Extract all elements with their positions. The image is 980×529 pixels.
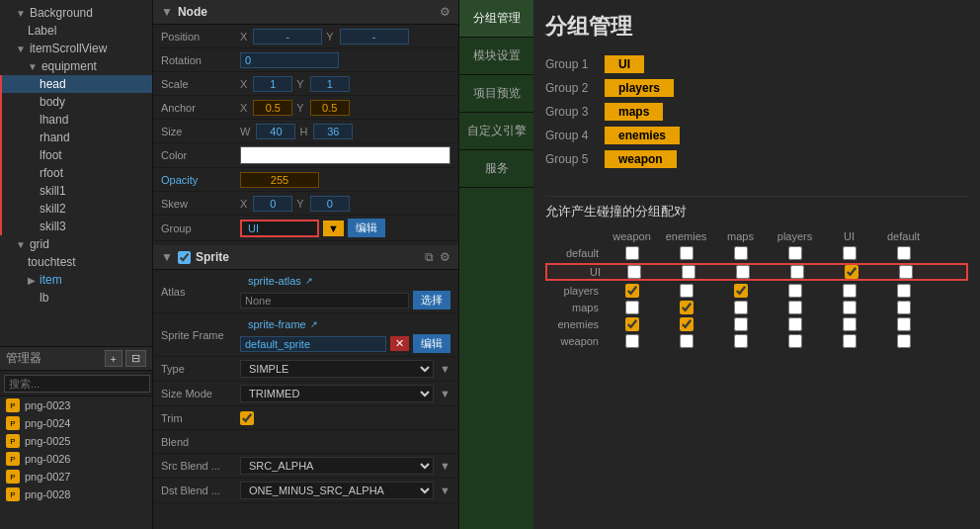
atlas-input[interactable] — [240, 293, 409, 309]
tree-item-background[interactable]: ▼Background — [0, 4, 152, 22]
checkbox-default-UI[interactable] — [843, 246, 857, 260]
sprite-frame-edit-button[interactable]: 编辑 — [413, 334, 450, 353]
anchor-x-input[interactable] — [253, 100, 292, 116]
checkbox-enemies-enemies[interactable] — [680, 317, 694, 331]
skew-y-input[interactable] — [310, 196, 350, 212]
checkbox-maps-players[interactable] — [788, 301, 802, 314]
checkbox-UI-enemies[interactable] — [682, 265, 695, 279]
asset-item-png-0028[interactable]: P png-0028 — [0, 485, 152, 503]
checkbox-maps-weapon[interactable] — [625, 301, 639, 314]
tree-item-lb[interactable]: lb — [0, 289, 152, 307]
checkbox-enemies-weapon[interactable] — [625, 317, 639, 331]
sprite-copy-icon[interactable]: ⧉ — [425, 250, 434, 264]
checkbox-players-maps[interactable] — [734, 284, 748, 298]
sprite-frame-clear-button[interactable]: ✕ — [390, 336, 409, 351]
checkbox-weapon-UI[interactable] — [843, 334, 857, 348]
checkbox-default-players[interactable] — [788, 246, 802, 260]
size-w-input[interactable] — [256, 124, 295, 139]
asset-item-png-0025[interactable]: P png-0025 — [0, 432, 152, 450]
tab-module-settings[interactable]: 模块设置 — [459, 38, 533, 75]
atlas-select-button[interactable]: 选择 — [413, 291, 450, 309]
type-select[interactable]: SIMPLE SLICED TILED — [240, 360, 434, 378]
src-blend-select[interactable]: SRC_ALPHA — [240, 457, 434, 475]
group-tag-enemies[interactable]: enemies — [605, 127, 680, 144]
checkbox-weapon-maps[interactable] — [734, 334, 748, 348]
skew-x-input[interactable] — [253, 196, 292, 212]
group-tag-maps[interactable]: maps — [605, 103, 663, 121]
tree-item-grid[interactable]: ▼grid — [0, 235, 152, 253]
checkbox-maps-maps[interactable] — [734, 301, 748, 314]
tree-item-skill2[interactable]: skill2 — [0, 200, 152, 218]
checkbox-players-weapon[interactable] — [625, 284, 639, 298]
tab-project-preview[interactable]: 项目预览 — [459, 75, 533, 113]
add-asset-button[interactable]: + — [105, 350, 122, 367]
checkbox-weapon-players[interactable] — [788, 334, 802, 348]
checkbox-players-enemies[interactable] — [680, 284, 694, 298]
tab-service[interactable]: 服务 — [459, 150, 533, 188]
sprite-section-header[interactable]: ▼ Sprite ⧉ ⚙ — [153, 245, 458, 270]
tree-item-lfoot[interactable]: lfoot — [0, 146, 152, 164]
tree-item-itemScrollView[interactable]: ▼itemScrollView — [0, 40, 152, 57]
checkbox-maps-enemies[interactable] — [680, 301, 694, 314]
color-swatch[interactable] — [240, 146, 450, 164]
checkbox-players-UI[interactable] — [843, 284, 857, 298]
group-tag-weapon[interactable]: weapon — [605, 150, 677, 168]
checkbox-players-default[interactable] — [897, 284, 911, 298]
search-input[interactable] — [4, 375, 150, 393]
checkbox-UI-UI[interactable] — [845, 265, 858, 279]
remove-asset-button[interactable]: ⊟ — [125, 350, 146, 367]
checkbox-UI-weapon[interactable] — [627, 265, 641, 279]
group-select-input[interactable] — [240, 220, 319, 237]
checkbox-maps-UI[interactable] — [843, 301, 857, 314]
sprite-frame-input[interactable] — [240, 336, 386, 352]
checkbox-UI-maps[interactable] — [736, 265, 750, 279]
tree-item-item[interactable]: ▶item — [0, 271, 152, 289]
tree-item-equipment[interactable]: ▼equipment — [0, 57, 152, 75]
checkbox-default-weapon[interactable] — [625, 246, 639, 260]
scale-x-input[interactable] — [253, 76, 292, 92]
group-edit-button[interactable]: 编辑 — [348, 219, 385, 237]
group-tag-players[interactable]: players — [605, 79, 674, 97]
scale-y-input[interactable] — [310, 76, 350, 92]
tree-item-label[interactable]: Label — [0, 22, 152, 40]
tree-item-skill3[interactable]: skill3 — [0, 218, 152, 235]
sprite-enabled-checkbox[interactable] — [178, 251, 191, 264]
group-dropdown-button[interactable]: ▼ — [323, 220, 344, 236]
anchor-y-input[interactable] — [310, 100, 350, 116]
checkbox-default-default[interactable] — [897, 246, 911, 260]
checkbox-UI-default[interactable] — [899, 265, 913, 279]
position-y-input[interactable] — [340, 29, 409, 44]
sprite-gear-icon[interactable]: ⚙ — [440, 250, 450, 264]
tree-item-rfoot[interactable]: rfoot — [0, 164, 152, 182]
checkbox-players-players[interactable] — [788, 284, 802, 298]
opacity-input[interactable] — [240, 172, 319, 188]
checkbox-default-enemies[interactable] — [680, 246, 694, 260]
asset-item-png-0027[interactable]: P png-0027 — [0, 468, 152, 485]
checkbox-enemies-maps[interactable] — [734, 317, 748, 331]
node-gear-icon[interactable]: ⚙ — [440, 5, 450, 19]
tree-item-body[interactable]: body — [0, 93, 152, 111]
trim-checkbox[interactable] — [240, 411, 254, 425]
checkbox-enemies-UI[interactable] — [843, 317, 857, 331]
checkbox-default-maps[interactable] — [734, 246, 748, 260]
checkbox-weapon-enemies[interactable] — [680, 334, 694, 348]
rotation-input[interactable] — [240, 52, 339, 68]
checkbox-weapon-default[interactable] — [897, 334, 911, 348]
checkbox-enemies-default[interactable] — [897, 317, 911, 331]
tab-custom-engine[interactable]: 自定义引擎 — [459, 113, 533, 150]
group-tag-UI[interactable]: UI — [605, 55, 644, 73]
tree-item-touchtest[interactable]: touchtest — [0, 253, 152, 271]
checkbox-UI-players[interactable] — [790, 265, 804, 279]
tree-item-rhand[interactable]: rhand — [0, 129, 152, 146]
checkbox-maps-default[interactable] — [897, 301, 911, 314]
size-h-input[interactable] — [313, 124, 353, 139]
size-mode-select[interactable]: TRIMMED RAW CUSTOM — [240, 385, 434, 402]
tree-item-lhand[interactable]: lhand — [0, 111, 152, 129]
asset-item-png-0026[interactable]: P png-0026 — [0, 450, 152, 468]
node-section-header[interactable]: ▼ Node ⚙ — [153, 0, 458, 25]
tab-group-management[interactable]: 分组管理 — [459, 0, 533, 38]
asset-item-png-0024[interactable]: P png-0024 — [0, 414, 152, 432]
checkbox-enemies-players[interactable] — [788, 317, 802, 331]
checkbox-weapon-weapon[interactable] — [625, 334, 639, 348]
dst-blend-select[interactable]: ONE_MINUS_SRC_ALPHA — [240, 482, 434, 499]
